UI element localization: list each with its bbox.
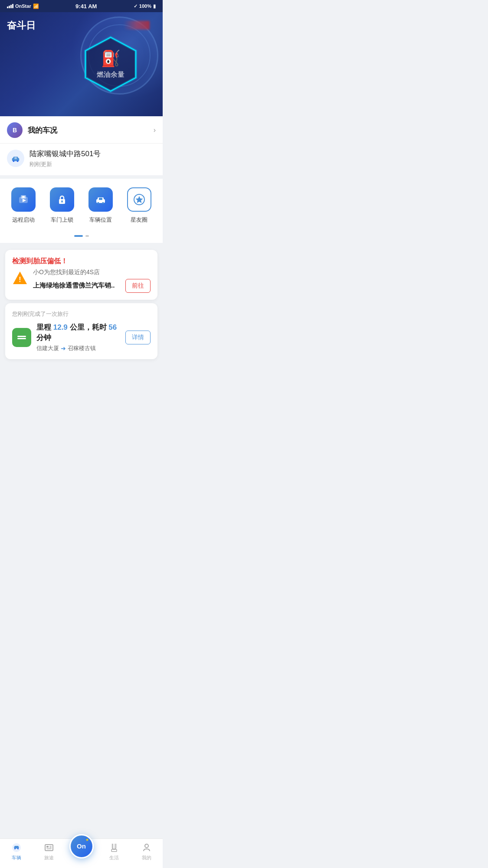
fuel-pump-icon: ⛽ [101, 49, 121, 68]
status-bar: OnStar 📶 9:41 AM ✓ 100% ▮ [0, 0, 163, 12]
fuel-hex-inner: ⛽ 燃油余量 [97, 49, 124, 79]
status-left: OnStar 📶 [7, 3, 39, 9]
remote-start-label: 远程启动 [12, 216, 35, 224]
car-status-section[interactable]: B 我的车况 › [0, 116, 163, 144]
star-circle-icon [133, 193, 145, 206]
dots-indicator [0, 231, 163, 246]
action-door-lock[interactable]: 车门上锁 [45, 187, 79, 224]
status-right: ✓ 100% ▮ [134, 3, 156, 9]
battery-icon: ▮ [153, 3, 156, 9]
alert-body: ! 小O为您找到最近的4S店 上海绿地徐通雪佛兰汽车销.. 前往 [12, 269, 151, 293]
svg-rect-23 [17, 336, 26, 337]
svg-rect-13 [62, 201, 62, 203]
wifi-icon: 📶 [33, 3, 39, 9]
svg-point-4 [13, 160, 15, 162]
alert-title: 检测到胎压偏低！ [12, 257, 151, 266]
trip-card: 您刚刚完成了一次旅行 里程 12.9 公里，耗时 56 分钟 信建大厦 ➜ [5, 303, 157, 360]
car-location-action-icon [95, 193, 107, 206]
trip-distance-label: 里程 [36, 323, 51, 331]
trip-subtitle: 您刚刚完成了一次旅行 [12, 310, 151, 318]
svg-rect-18 [99, 198, 102, 200]
location-section: 陆家嘴银城中路501号 刚刚更新 [0, 144, 163, 179]
svg-rect-9 [22, 196, 25, 198]
trip-distance-unit: 公里，耗时 [70, 323, 107, 331]
trip-distance-value: 12.9 [53, 323, 68, 331]
fuel-hex[interactable]: ⛽ 燃油余量 [80, 34, 141, 95]
svg-text:!: ! [19, 276, 21, 283]
car-location-icon [11, 154, 20, 163]
alert-goto-button[interactable]: 前往 [125, 279, 151, 293]
signal-bars [7, 4, 13, 8]
bluetooth-icon: ✓ [134, 3, 138, 9]
action-star-circle[interactable]: 星友圈 [122, 187, 157, 224]
trip-from: 信建大厦 [36, 344, 59, 352]
remote-start-icon [17, 193, 29, 206]
car-location-icon-wrap [88, 187, 113, 212]
car-status-label: 我的车况 [28, 125, 148, 135]
trip-stats: 里程 12.9 公里，耗时 56 分钟 信建大厦 ➜ 召稼楼古镇 [36, 322, 120, 353]
actions-grid: 远程启动 车门上锁 [4, 187, 158, 224]
alert-subtitle: 小O为您找到最近的4S店 [33, 269, 151, 276]
trip-to: 召稼楼古镇 [68, 344, 96, 352]
buick-logo: B [7, 122, 23, 138]
door-lock-icon-wrap [50, 187, 74, 212]
trip-icon-wrap [12, 328, 31, 347]
location-update-time: 刚刚更新 [29, 160, 156, 168]
trip-body: 里程 12.9 公里，耗时 56 分钟 信建大厦 ➜ 召稼楼古镇 详情 [12, 322, 151, 353]
quick-actions: 远程启动 车门上锁 [0, 179, 163, 231]
svg-point-17 [102, 202, 104, 204]
warning-icon: ! [12, 270, 28, 286]
svg-point-16 [97, 202, 99, 204]
arrow-icon: ➜ [61, 345, 66, 352]
chevron-right-icon: › [154, 126, 156, 134]
trip-time-unit: 分钟 [36, 334, 51, 342]
svg-marker-20 [135, 196, 143, 203]
dot-active [74, 235, 83, 237]
location-address: 陆家嘴银城中路501号 [29, 149, 156, 159]
action-remote-start[interactable]: 远程启动 [6, 187, 41, 224]
fuel-label: 燃油余量 [97, 70, 124, 79]
trip-icon [16, 332, 27, 343]
hero-title: 奋斗日 [7, 19, 36, 32]
alert-content: 小O为您找到最近的4S店 上海绿地徐通雪佛兰汽车销.. 前往 [33, 269, 151, 293]
door-lock-label: 车门上锁 [51, 216, 73, 224]
location-info: 陆家嘴银城中路501号 刚刚更新 [29, 149, 156, 168]
location-icon-wrap [7, 150, 24, 167]
carrier-label: OnStar [15, 3, 31, 9]
alert-dealer-name: 上海绿地徐通雪佛兰汽车销.. [33, 282, 122, 290]
status-time: 9:41 AM [75, 3, 97, 10]
action-car-location[interactable]: 车辆位置 [83, 187, 118, 224]
door-lock-icon [56, 193, 68, 206]
svg-rect-24 [17, 338, 26, 339]
star-circle-icon-wrap [127, 187, 151, 212]
trip-detail-button[interactable]: 详情 [125, 331, 151, 344]
trip-time-value: 56 [108, 323, 117, 331]
remote-start-icon-wrap [11, 187, 36, 212]
trip-stats-main: 里程 12.9 公里，耗时 56 分钟 [36, 322, 120, 343]
alert-card: 检测到胎压偏低！ ! 小O为您找到最近的4S店 上海绿地徐通雪佛兰汽车销.. 前… [5, 250, 157, 300]
trip-route: 信建大厦 ➜ 召稼楼古镇 [36, 344, 120, 352]
star-circle-label: 星友圈 [131, 216, 147, 224]
car-location-label: 车辆位置 [89, 216, 112, 224]
dot-inactive [85, 235, 89, 237]
alert-dealer-row: 上海绿地徐通雪佛兰汽车销.. 前往 [33, 279, 151, 293]
svg-point-5 [17, 160, 19, 162]
battery-label: 100% [139, 3, 151, 9]
hero-section: 奋斗日 ⛽ 燃油余量 [0, 12, 163, 116]
svg-rect-6 [14, 157, 17, 159]
